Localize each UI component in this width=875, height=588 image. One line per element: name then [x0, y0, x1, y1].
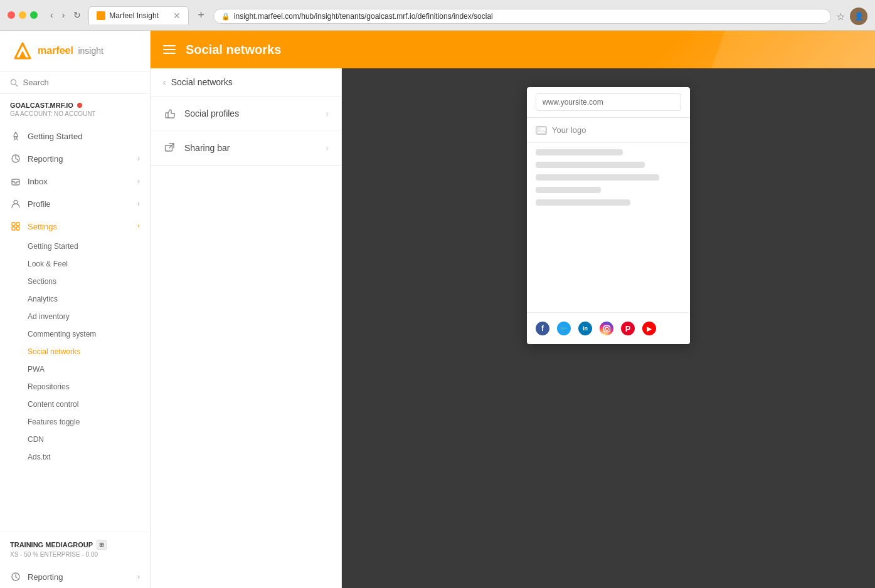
svg-point-5	[14, 137, 17, 139]
marfeel-logo-mark	[13, 41, 33, 61]
subnav-repositories[interactable]: Repositories	[0, 378, 150, 396]
chevron-down-icon-profile: ›	[137, 199, 140, 208]
tenant-info: GOALCAST.MRF.IO GA ACCOUNT: NO ACCOUNT	[0, 94, 150, 122]
hamburger-button[interactable]	[163, 45, 176, 54]
settings-subnav: Getting Started Look & Feel Sections Ana…	[0, 238, 150, 466]
bottom-tenant-sub: XS - 50 % ENTERPRISE - 0.00	[10, 551, 140, 558]
hamburger-line-1	[163, 45, 176, 46]
sidebar-item-inbox[interactable]: Inbox ›	[0, 170, 150, 192]
hamburger-line-3	[163, 53, 176, 54]
chart-icon	[10, 153, 21, 164]
address-bar-row: 🔒 insight.marfeel.com/hub/insight/tenant…	[213, 8, 867, 25]
sidebar-item-profile[interactable]: Profile ›	[0, 192, 150, 215]
search-input[interactable]	[23, 78, 140, 87]
bottom-tenant-name: TRAINING MEDIAGROUP ⊞	[10, 540, 140, 550]
subnav-content-control[interactable]: Content control	[0, 396, 150, 413]
rocket-icon	[10, 130, 21, 142]
search-icon	[10, 78, 18, 87]
breadcrumb-back-button[interactable]: ‹	[163, 77, 166, 87]
skeleton-line-2	[536, 162, 645, 168]
menu-item-social-profiles[interactable]: Social profiles ›	[151, 97, 341, 131]
share-icon	[163, 141, 177, 155]
sidebar-item-settings[interactable]: Settings ›	[0, 215, 150, 238]
subnav-ads-txt[interactable]: Ads.txt	[0, 448, 150, 466]
profile-button[interactable]: 👤	[850, 8, 867, 25]
svg-rect-17	[537, 127, 546, 134]
preview-logo-text: Your logo	[552, 125, 586, 135]
subnav-analytics[interactable]: Analytics	[0, 290, 150, 308]
preview-skeleton	[527, 143, 690, 212]
thumbsup-icon	[163, 107, 177, 120]
preview-logo-icon	[536, 126, 547, 135]
tab-close-button[interactable]: ✕	[173, 11, 181, 21]
sidebar-logo: marfeel insight	[0, 31, 150, 71]
pinterest-icon: P	[621, 322, 635, 335]
browser-nav-buttons: ‹ › ↻	[48, 9, 83, 21]
chevron-down-icon-bottom-reporting: ›	[137, 572, 140, 581]
svg-line-6	[14, 139, 14, 140]
bottom-tenant-name-text: TRAINING MEDIAGROUP	[10, 541, 93, 549]
subnav-features-toggle[interactable]: Features toggle	[0, 413, 150, 431]
preview-logo-row: Your logo	[527, 118, 690, 143]
preview-panel: Your logo f 🐦 in	[342, 68, 875, 588]
subnav-getting-started[interactable]: Getting Started	[0, 238, 150, 255]
back-button[interactable]: ‹	[48, 9, 56, 21]
linkedin-icon: in	[578, 322, 592, 335]
subnav-cdn[interactable]: CDN	[0, 431, 150, 448]
subnav-ad-inventory[interactable]: Ad inventory	[0, 308, 150, 325]
reload-button[interactable]: ↻	[71, 9, 83, 21]
grid-icon	[10, 221, 21, 232]
sidebar-item-reporting[interactable]: Reporting ›	[0, 147, 150, 170]
browser-tab[interactable]: Marfeel Insight ✕	[88, 6, 189, 24]
settings-list-panel: ‹ Social networks Social profiles ›	[151, 68, 342, 588]
breadcrumb: ‹ Social networks	[151, 68, 341, 97]
sidebar-item-getting-started[interactable]: Getting Started	[0, 125, 150, 147]
chevron-up-icon-settings: ›	[137, 222, 140, 231]
tenant-ga-account: GA ACCOUNT: NO ACCOUNT	[10, 110, 140, 117]
skeleton-line-4	[536, 187, 601, 193]
page-title: Social networks	[186, 43, 281, 57]
bottom-tenant-icon: ⊞	[97, 540, 107, 550]
hamburger-line-2	[163, 49, 176, 50]
forward-button[interactable]: ›	[60, 9, 68, 21]
skeleton-line-5	[536, 199, 630, 206]
window-maximize-dot[interactable]	[30, 11, 38, 19]
subnav-look-feel[interactable]: Look & Feel	[0, 255, 150, 273]
sidebar-item-bottom-reporting[interactable]: Reporting ›	[0, 565, 150, 588]
sidebar-item-profile-label: Profile	[28, 199, 131, 209]
sidebar-item-settings-label: Settings	[28, 222, 131, 231]
window-close-dot[interactable]	[8, 11, 15, 19]
menu-item-sharing-bar[interactable]: Sharing bar ›	[151, 131, 341, 165]
svg-point-20	[605, 327, 608, 330]
clock-icon	[10, 571, 21, 582]
bookmark-button[interactable]: ☆	[836, 11, 845, 23]
settings-menu: Social profiles › Sharing bar	[151, 97, 341, 166]
new-tab-button[interactable]: +	[194, 9, 208, 22]
subnav-social-networks[interactable]: Social networks	[0, 343, 150, 360]
breadcrumb-text: Social networks	[171, 77, 233, 87]
subnav-pwa[interactable]: PWA	[0, 360, 150, 378]
skeleton-line-1	[536, 149, 623, 155]
tab-title: Marfeel Insight	[109, 11, 159, 20]
address-bar[interactable]: 🔒 insight.marfeel.com/hub/insight/tenant…	[213, 9, 831, 24]
preview-blank-area	[527, 212, 690, 312]
content-wrapper: ‹ Social networks Social profiles ›	[151, 68, 875, 588]
sidebar-item-getting-started-label: Getting Started	[28, 132, 140, 141]
preview-url-input[interactable]	[536, 93, 681, 111]
instagram-icon	[600, 322, 613, 335]
subnav-sections[interactable]: Sections	[0, 273, 150, 290]
preview-phone: Your logo f 🐦 in	[527, 87, 690, 344]
tab-favicon	[97, 11, 105, 20]
svg-rect-14	[16, 227, 19, 230]
logo-text: marfeel insight	[38, 45, 103, 56]
preview-url-bar	[527, 87, 690, 118]
svg-line-4	[16, 84, 18, 86]
top-header: Social networks	[151, 31, 875, 68]
sidebar: marfeel insight GOALCAST.MRF.IO GA ACCOU…	[0, 31, 151, 588]
window-minimize-dot[interactable]	[19, 11, 26, 19]
subnav-commenting-system[interactable]: Commenting system	[0, 325, 150, 343]
app: marfeel insight GOALCAST.MRF.IO GA ACCOU…	[0, 31, 875, 588]
logo-brand: marfeel	[38, 45, 73, 56]
sidebar-item-inbox-label: Inbox	[28, 177, 131, 186]
sharing-bar-label: Sharing bar	[184, 143, 326, 153]
